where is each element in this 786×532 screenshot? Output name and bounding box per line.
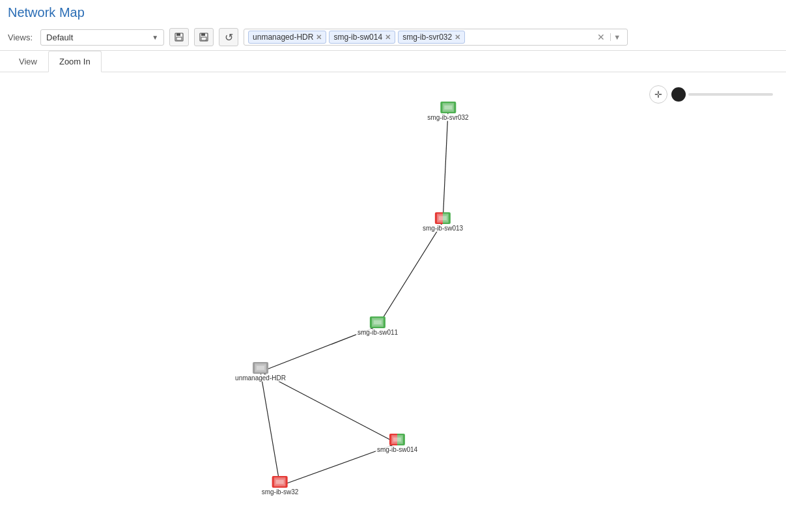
node-icon-svg	[274, 477, 286, 486]
connection-svr032-sw013	[443, 111, 448, 222]
views-selected-value: Default	[46, 33, 73, 42]
node-unmanaged-HDR[interactable]: unmanaged-HDR	[234, 362, 287, 382]
zoom-controls: ✛	[649, 85, 773, 104]
node-label-sw014: smg-ib-sw014	[376, 446, 419, 453]
node-icon-svg	[442, 103, 454, 112]
filter-tag-label: smg-ib-sw014	[333, 33, 382, 42]
filter-dropdown-button[interactable]: ▼	[610, 33, 623, 41]
network-connections-svg	[0, 72, 786, 532]
filter-tags-container: unmanaged-HDR ✕ smg-ib-sw014 ✕ smg-ib-sv…	[244, 29, 628, 46]
save-alt-icon: +	[199, 33, 208, 42]
filter-tag-unmanaged[interactable]: unmanaged-HDR ✕	[248, 31, 326, 44]
node-label-sw011: smg-ib-sw011	[356, 329, 399, 336]
filter-tag-close-sw014[interactable]: ✕	[385, 33, 391, 42]
svg-rect-7	[443, 104, 453, 111]
node-icon-svg	[255, 363, 266, 372]
svg-rect-2	[176, 37, 182, 40]
svg-rect-27	[275, 479, 285, 485]
views-label: Views:	[8, 33, 33, 42]
connection-unmanaged-HDR-sw32	[260, 372, 280, 486]
svg-rect-19	[255, 365, 266, 371]
svg-rect-4	[201, 33, 205, 36]
node-sw011[interactable]: smg-ib-sw011	[356, 316, 399, 336]
refresh-button[interactable]: ↺	[219, 28, 238, 46]
page-title: Network Map	[0, 0, 786, 24]
node-label-sw013: smg-ib-sw013	[421, 225, 464, 232]
node-icon-svr032	[440, 102, 456, 113]
pan-icon: ✛	[654, 89, 662, 100]
node-icon-sw013	[435, 212, 451, 224]
node-label-unmanaged-HDR: unmanaged-HDR	[234, 374, 287, 382]
zoom-track[interactable]	[688, 93, 773, 96]
toolbar: Views: Default ▼ + ↺ unma	[0, 24, 786, 51]
node-label-svr032: smg-ib-svr032	[426, 114, 470, 121]
svg-text:+: +	[205, 38, 208, 42]
node-icon-svg	[372, 318, 384, 327]
connection-unmanaged-HDR-sw014	[260, 372, 397, 443]
node-icon-sw014	[389, 434, 405, 445]
node-sw014[interactable]: smg-ib-sw014	[376, 434, 419, 453]
views-dropdown[interactable]: Default ▼	[40, 29, 164, 46]
filter-tag-sw014[interactable]: smg-ib-sw014 ✕	[329, 31, 395, 44]
network-map-area[interactable]: ✛ smg-ib-svr032	[0, 72, 786, 532]
chevron-down-icon: ▼	[152, 34, 158, 41]
tab-view[interactable]: View	[8, 51, 48, 72]
node-icon-svg	[437, 214, 449, 223]
save-alt-button[interactable]: +	[194, 28, 214, 46]
node-icon-svg	[391, 435, 403, 444]
node-label-sw32: smg-ib-sw32	[260, 488, 300, 496]
zoom-dot[interactable]	[671, 87, 686, 102]
tab-zoom-in[interactable]: Zoom In	[48, 51, 102, 72]
filter-tag-close-svr032[interactable]: ✕	[455, 33, 460, 42]
svg-rect-15	[372, 319, 383, 326]
connection-sw013-sw011	[378, 222, 443, 326]
node-icon-sw011	[370, 316, 386, 328]
node-icon-unmanaged-HDR	[253, 362, 268, 374]
svg-rect-23	[392, 436, 402, 443]
filter-tag-close-unmanaged[interactable]: ✕	[316, 33, 322, 42]
filter-tag-svr032[interactable]: smg-ib-svr032 ✕	[398, 31, 465, 44]
refresh-icon: ↺	[225, 31, 233, 44]
filter-tag-label: unmanaged-HDR	[253, 33, 313, 42]
filter-clear-button[interactable]: ✕	[595, 32, 608, 42]
pan-button[interactable]: ✛	[649, 85, 667, 104]
node-sw013[interactable]: smg-ib-sw013	[421, 212, 464, 232]
node-sw32[interactable]: smg-ib-sw32	[260, 476, 300, 496]
node-icon-sw32	[272, 476, 288, 488]
zoom-slider-container	[671, 87, 773, 102]
filter-tag-label: smg-ib-svr032	[402, 33, 452, 42]
svg-rect-11	[438, 215, 448, 221]
svg-rect-1	[176, 33, 180, 36]
save-button[interactable]	[169, 28, 189, 46]
save-icon	[175, 33, 184, 42]
tabs-bar: View Zoom In	[0, 51, 786, 72]
node-svr032[interactable]: smg-ib-svr032	[426, 102, 470, 121]
